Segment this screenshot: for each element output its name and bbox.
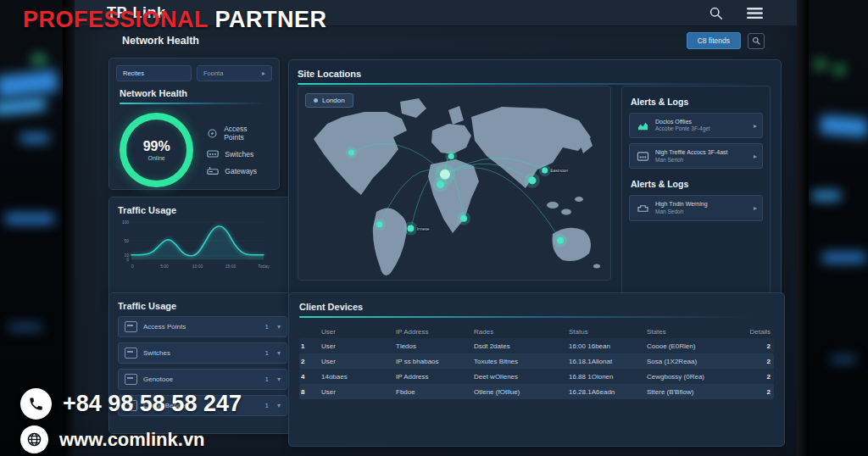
chevron-right-icon: ▸ — [262, 70, 265, 77]
svg-text:Eastnoon: Eastnoon — [550, 168, 568, 173]
traffic-row-access-points[interactable]: Access Points 1 ▾ — [118, 316, 287, 337]
site-pin[interactable] — [460, 215, 467, 222]
svg-text:0: 0 — [126, 257, 129, 262]
access-point-icon — [125, 321, 137, 332]
table-row[interactable]: 8 User Fbdoe Otlene (fOtllue) 16.28.1A6e… — [299, 384, 774, 399]
svg-text:100: 100 — [122, 220, 130, 225]
alert-item-traffic-warning[interactable]: High Tndin Werning Man Sedoh ▸ — [629, 195, 763, 220]
alert-device-icon — [635, 119, 650, 132]
chevron-right-icon: ▸ — [754, 204, 757, 212]
uptime-percent: 99% — [143, 139, 170, 154]
search-icon[interactable] — [707, 4, 724, 21]
site-pin[interactable] — [448, 153, 454, 159]
site-chip-london[interactable]: London — [305, 93, 353, 108]
chevron-down-icon: ▾ — [277, 323, 281, 331]
alert-warning-icon — [635, 202, 650, 215]
card-title: Traffic Usage — [118, 301, 287, 311]
location-pin-icon — [314, 98, 318, 103]
site-pin[interactable] — [376, 221, 382, 227]
chevron-right-icon: ▸ — [754, 153, 757, 160]
svg-text:Innese: Innese — [416, 226, 429, 231]
title-underline — [120, 103, 269, 104]
uptime-label: Online — [148, 155, 165, 161]
svg-text:0: 0 — [131, 264, 134, 269]
contact-phone: +84 98 58 58 247 — [20, 388, 242, 420]
title-underline — [299, 316, 754, 318]
uptime-donut: 99% Online — [120, 113, 193, 187]
alerts-heading: Alerts & Logs — [631, 97, 763, 107]
alerts-logs-panel: Alerts & Logs Docios Offlies Accobe Pont… — [621, 86, 771, 303]
gateway-icon — [207, 166, 219, 175]
client-devices-card: Client Devices User IP Address Rades Sta… — [288, 292, 785, 447]
alerts-heading-2: Alerts & Logs — [631, 179, 763, 189]
alert-item-high-traffic[interactable]: Nigh Treffie Accocs 3F-4ast Man Serioh ▸ — [629, 143, 763, 169]
svg-text:15:00: 15:00 — [225, 264, 236, 269]
alert-switch-icon — [635, 149, 650, 163]
page-title: Network Health — [122, 35, 199, 47]
phone-icon — [20, 388, 52, 420]
svg-text:10:00: 10:00 — [192, 264, 203, 269]
title-underline — [298, 83, 755, 85]
chevron-down-icon: ▾ — [277, 349, 281, 357]
table-row[interactable]: 2 User IP ss bhabaos Toxutes Bitnes 16.1… — [299, 353, 774, 369]
site-pin[interactable] — [529, 176, 537, 184]
svg-text:Today: Today — [258, 264, 270, 269]
table-row[interactable]: 4 14obaes IP Address Deet wOlienes 16.88… — [299, 369, 774, 384]
access-point-icon — [207, 128, 218, 139]
site-pin[interactable] — [437, 181, 444, 188]
website-url: www.comlink.vn — [59, 429, 205, 451]
site-pin[interactable] — [348, 149, 354, 155]
contact-website: www.comlink.vn — [20, 425, 205, 453]
partner-banner-white: PARTNER — [209, 7, 327, 32]
card-title: Network Health — [120, 88, 269, 98]
traffic-row-switches[interactable]: Switches 1 ▾ — [118, 342, 287, 364]
svg-text:50: 50 — [124, 238, 129, 243]
device-type-access-points[interactable]: Access Points — [207, 125, 269, 142]
device-type-gateways[interactable]: Gateways — [207, 166, 269, 175]
site-pin[interactable] — [542, 168, 548, 174]
device-type-switches[interactable]: Switches — [207, 149, 269, 158]
gateway-icon — [125, 374, 137, 385]
traffic-usage-chart: 1005010005:0010:0015:00Today — [118, 215, 270, 276]
svg-text:5:00: 5:00 — [160, 264, 169, 269]
client-devices-table: User IP Address Rades Status States Deta… — [299, 325, 774, 399]
network-health-card: Recites Foonta▸ Network Health 99% Onlin… — [108, 58, 280, 190]
chevron-down-icon: ▾ — [277, 402, 281, 409]
site-pin[interactable] — [557, 237, 564, 244]
card-title: Traffic Usage — [118, 205, 287, 215]
table-row[interactable]: 1 User Tledos Dsdt 2dates 16:00 16bean C… — [299, 338, 774, 353]
table-search-icon[interactable] — [748, 33, 765, 49]
site-pin[interactable] — [407, 225, 414, 232]
traffic-usage-chart-card: Traffic Usage 1005010005:0010:0015:00Tod… — [108, 197, 297, 303]
alert-item-device-offline[interactable]: Docios Offlies Accobe Ponte 3F-4get ▸ — [629, 113, 763, 138]
hamburger-menu-icon[interactable] — [746, 4, 763, 21]
stage: TP-Link Network Health C8 fitends — [0, 0, 868, 456]
table-header-row: User IP Address Rades Status States Deta… — [299, 325, 774, 338]
site-locations-card: Site Locations — [288, 59, 782, 307]
tab-devices[interactable]: Recites — [116, 65, 192, 81]
devices-button[interactable]: C8 fitends — [687, 32, 741, 49]
partner-banner-red: PROFESSIONAL — [23, 7, 209, 32]
switch-icon — [207, 149, 219, 158]
card-title: Client Devices — [299, 302, 774, 312]
tab-ports[interactable]: Foonta▸ — [197, 65, 272, 81]
chevron-right-icon: ▸ — [754, 122, 757, 130]
partner-banner: PROFESSIONAL PARTNER — [23, 7, 327, 33]
switch-icon — [125, 348, 137, 359]
world-map-panel: EastnoonInnese London — [298, 86, 611, 281]
world-map: EastnoonInnese — [298, 86, 610, 281]
monitor-bezel-right — [797, 0, 809, 456]
chevron-down-icon: ▾ — [277, 375, 281, 383]
card-title: Site Locations — [298, 69, 772, 79]
phone-number: +84 98 58 58 247 — [63, 391, 242, 417]
globe-icon — [20, 425, 48, 453]
traffic-row-gateways[interactable]: Genotooe 1 ▾ — [118, 369, 287, 390]
